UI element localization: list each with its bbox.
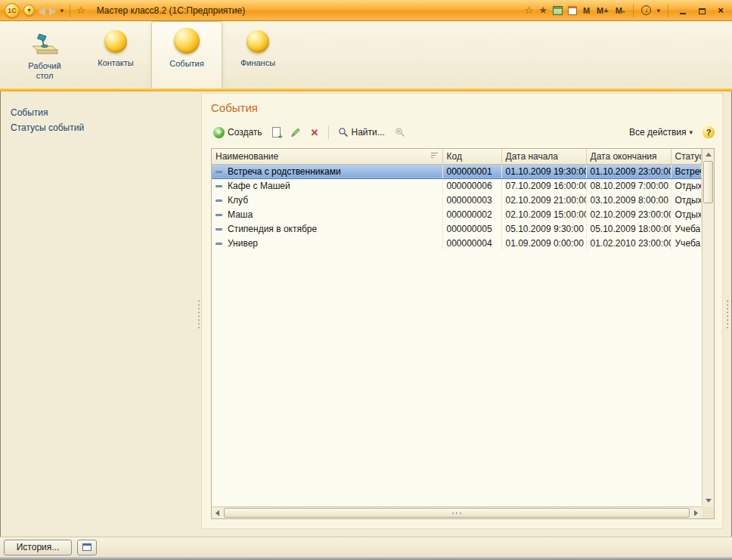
separator — [668, 4, 668, 17]
scrollbar-corner — [702, 506, 714, 518]
scroll-right-button[interactable] — [690, 507, 702, 518]
memory-m-button[interactable]: М — [582, 6, 591, 15]
section-tab-label: Рабочий стол — [20, 61, 69, 81]
sphere-icon — [104, 30, 127, 53]
history-dropdown-icon[interactable]: ▾ — [60, 7, 64, 14]
search-icon — [338, 127, 349, 138]
calculator-icon[interactable] — [553, 6, 563, 15]
open-favorites-icon[interactable]: ★ — [538, 5, 547, 16]
section-tab-events[interactable]: События — [151, 21, 222, 88]
triangle-down-icon — [706, 499, 712, 503]
desktop-icon — [29, 30, 60, 56]
column-header-name[interactable]: Наименование — [212, 149, 442, 164]
minimize-icon — [680, 13, 686, 14]
separator — [70, 4, 70, 17]
find-button[interactable]: Найти... — [336, 126, 387, 138]
bottom-panel: История... — [0, 537, 732, 557]
events-list-form: События Создать ✕ — [201, 93, 723, 529]
triangle-up-icon — [706, 153, 712, 156]
list-item-icon — [216, 214, 222, 216]
close-button[interactable]: × — [714, 5, 727, 17]
thumb-grip-icon — [452, 512, 461, 514]
list-item-icon — [216, 228, 222, 230]
events-table: Наименование Код Дата начала Дата оконча… — [211, 148, 715, 519]
separator — [633, 4, 634, 17]
nav-item-event-statuses[interactable]: Статусы событий — [11, 120, 197, 135]
section-tab-label: События — [163, 59, 211, 69]
nav-item-events[interactable]: События — [11, 105, 197, 120]
memory-m-minus-button[interactable]: М- — [615, 6, 626, 15]
all-actions-label: Все действия — [629, 127, 686, 138]
find-button-label: Найти... — [352, 127, 385, 138]
triangle-left-icon — [216, 510, 219, 516]
help-button[interactable]: ? — [703, 126, 715, 138]
splitter-grip-icon — [198, 300, 200, 328]
table-grid: Наименование Код Дата начала Дата оконча… — [212, 149, 702, 506]
right-splitter[interactable] — [723, 91, 732, 537]
app-window: 1С ▾ ◀ ▶ ▾ ☆ Мастер класс8.2 (1С:Предпри… — [0, 0, 732, 560]
table-row[interactable]: Универ 000000004 01.09.2009 0:00:00 01.0… — [212, 236, 702, 250]
table-row[interactable]: Клуб 000000003 02.10.2009 21:00:00 03.10… — [212, 193, 702, 207]
vertical-scrollbar[interactable] — [702, 149, 714, 506]
delete-button[interactable]: ✕ — [309, 127, 321, 138]
table-row[interactable]: Встреча с родственниками 000000001 01.10… — [212, 164, 702, 178]
cancel-search-button[interactable] — [392, 126, 408, 138]
app-logo-button[interactable]: 1С — [5, 3, 20, 18]
history-button[interactable]: История... — [4, 540, 72, 555]
column-header-label: Наименование — [216, 151, 278, 162]
favorites-star-icon[interactable]: ☆ — [76, 5, 85, 16]
section-tab-finance[interactable]: Финансы — [222, 21, 293, 88]
section-tab-desktop[interactable]: Рабочий стол — [9, 21, 80, 88]
search-clear-icon — [395, 127, 405, 138]
info-icon[interactable]: i — [641, 5, 651, 15]
horizontal-scrollbar[interactable] — [212, 506, 702, 518]
column-header-status[interactable]: Статус — [671, 149, 702, 164]
section-panel: Рабочий стол Контакты События Финансы — [0, 21, 732, 88]
calendar-icon[interactable] — [568, 6, 577, 15]
column-header-end[interactable]: Дата окончания — [586, 149, 671, 164]
chevron-down-icon: ▾ — [689, 128, 693, 136]
list-item-icon — [216, 243, 222, 245]
scroll-up-button[interactable] — [703, 149, 714, 160]
plus-icon — [213, 127, 225, 138]
copy-icon — [272, 127, 281, 138]
show-performance-button[interactable] — [77, 540, 97, 555]
forward-button[interactable]: ▶ — [49, 5, 56, 16]
back-button[interactable]: ◀ — [39, 5, 45, 16]
column-header-start[interactable]: Дата начала — [501, 149, 586, 164]
table-header-row: Наименование Код Дата начала Дата оконча… — [212, 149, 702, 164]
edit-button[interactable] — [288, 126, 303, 138]
main-menu-button[interactable]: ▾ — [23, 5, 35, 16]
scroll-left-button[interactable] — [212, 507, 223, 518]
table-row[interactable]: Кафе с Машей 000000006 07.10.2009 16:00:… — [212, 178, 702, 193]
all-actions-button[interactable]: Все действия ▾ — [627, 126, 695, 138]
table-row[interactable]: Стипендия в октябре 000000005 05.10.2009… — [212, 221, 702, 236]
add-favorite-icon[interactable]: ☆ — [525, 5, 534, 16]
list-toolbar: Создать ✕ Найти... — [211, 123, 715, 141]
horizontal-scroll-thumb[interactable] — [224, 508, 690, 518]
create-button-label: Создать — [228, 127, 262, 138]
list-item-icon — [216, 185, 222, 187]
maximize-icon — [699, 8, 706, 14]
table-row[interactable]: Маша 000000002 02.10.2009 15:00:00 02.10… — [212, 207, 702, 221]
list-item-icon — [216, 171, 222, 173]
column-header-code[interactable]: Код — [442, 149, 501, 164]
triangle-right-icon — [694, 510, 698, 516]
navigation-panel: События Статусы событий — [0, 91, 197, 537]
separator — [328, 125, 329, 139]
section-tab-contacts[interactable]: Контакты — [80, 21, 151, 88]
app-body: События Статусы событий События Создать — [0, 91, 732, 537]
scroll-down-button[interactable] — [703, 495, 714, 506]
minimize-button[interactable] — [676, 5, 690, 17]
list-item-icon — [216, 200, 222, 202]
window-icon — [82, 543, 92, 551]
copy-button[interactable] — [270, 126, 283, 138]
window-resize-edge[interactable] — [0, 557, 732, 560]
memory-m-plus-button[interactable]: М+ — [596, 6, 609, 15]
create-button[interactable]: Создать — [211, 126, 265, 139]
vertical-scroll-thumb[interactable] — [703, 161, 713, 203]
section-tab-label: Финансы — [234, 58, 282, 68]
service-dropdown-icon[interactable]: ▾ — [656, 7, 660, 14]
section-tab-label: Контакты — [92, 58, 140, 68]
maximize-button[interactable] — [695, 5, 709, 17]
